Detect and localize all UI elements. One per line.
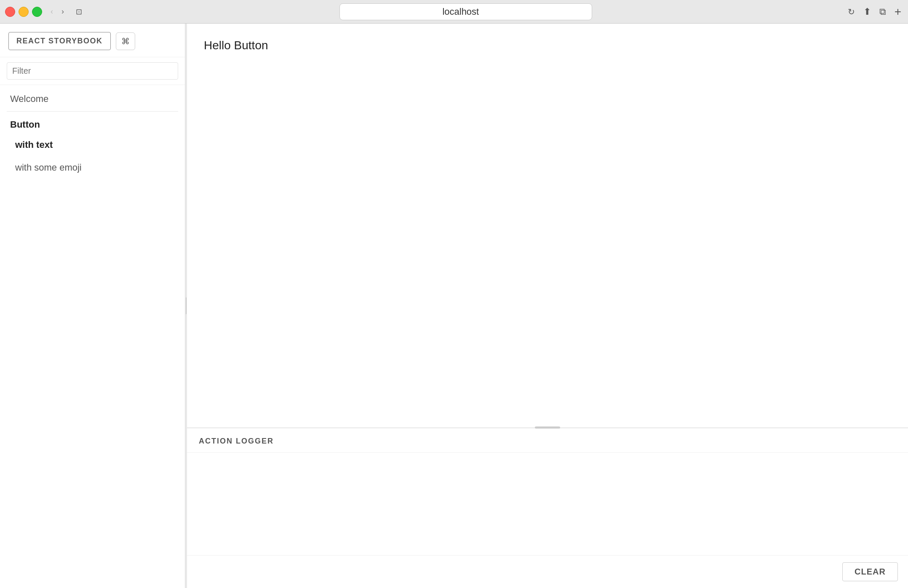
sidebar-nav: Welcome Button with text with some emoji [0, 85, 185, 588]
action-logger-header: ACTION LOGGER [187, 428, 908, 453]
sidebar: REACT STORYBOOK ⌘ Welcome Button with te… [0, 24, 185, 588]
traffic-lights [5, 7, 42, 17]
action-logger: ACTION LOGGER CLEAR [187, 428, 908, 588]
address-input[interactable] [339, 3, 592, 20]
nav-buttons: ‹ › [47, 5, 67, 18]
sidebar-header: REACT STORYBOOK ⌘ [0, 24, 185, 57]
app-container: REACT STORYBOOK ⌘ Welcome Button with te… [0, 24, 908, 588]
reload-button[interactable]: ↻ [846, 5, 857, 19]
panel-divider-handle [535, 427, 560, 429]
action-logger-footer: CLEAR [187, 555, 908, 588]
sidebar-group-button: Button [0, 113, 185, 134]
sidebar-item-welcome[interactable]: Welcome [0, 88, 185, 110]
new-tab-button[interactable]: + [893, 3, 903, 20]
main-content: Hello Button ACTION LOGGER CLEAR [187, 24, 908, 588]
browser-chrome: ‹ › ⊡ ↻ ⬆ ⧉ + [0, 0, 908, 24]
sidebar-item-with-some-emoji[interactable]: with some emoji [0, 156, 185, 179]
action-logger-title: ACTION LOGGER [199, 437, 274, 445]
sidebar-toggle-button[interactable]: ⊡ [72, 5, 85, 18]
clear-button[interactable]: CLEAR [842, 562, 898, 581]
filter-container [0, 57, 185, 85]
filter-input[interactable] [7, 62, 178, 80]
back-button[interactable]: ‹ [47, 5, 56, 18]
storybook-button[interactable]: REACT STORYBOOK [8, 32, 111, 50]
sidebar-resizer[interactable] [185, 24, 187, 588]
traffic-light-green[interactable] [32, 7, 42, 17]
traffic-light-red[interactable] [5, 7, 15, 17]
keyboard-shortcut-button[interactable]: ⌘ [116, 32, 135, 50]
traffic-light-yellow[interactable] [19, 7, 29, 17]
sidebar-item-with-text[interactable]: with text [0, 134, 185, 156]
share-button[interactable]: ⬆ [862, 5, 873, 19]
forward-button[interactable]: › [58, 5, 67, 18]
panel-divider[interactable] [187, 427, 908, 428]
story-area: Hello Button [187, 24, 908, 427]
action-logger-body [187, 453, 908, 555]
nav-divider [7, 111, 178, 112]
address-bar [91, 3, 841, 20]
story-title: Hello Button [204, 39, 891, 52]
tabs-button[interactable]: ⧉ [878, 5, 888, 19]
